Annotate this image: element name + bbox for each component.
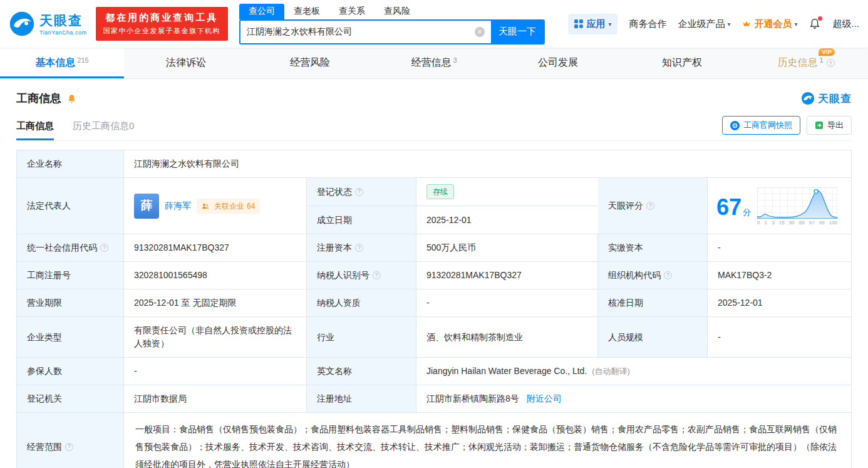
nav-enterprise-products[interactable]: 企业级产品 [678,18,730,30]
snapshot-icon [730,121,740,130]
label-text: 注册地址 [317,392,352,405]
help-icon[interactable] [100,244,108,252]
label-text: 企业名称 [27,157,62,170]
search-tab-relation[interactable]: 查关系 [329,4,375,19]
table-row: 参保人数 - 英文名称 Jiangyin Hailan Water Bevera… [17,358,851,385]
field-value: - [124,358,307,385]
search-button[interactable]: 天眼一下 [491,21,544,43]
field-label: 纳税人资质 [307,289,416,316]
export-label: 导出 [827,120,844,131]
related-companies-tag[interactable]: 关联企业 64 [197,199,260,214]
search-tab-company[interactable]: 查公司 [239,4,284,19]
user-menu[interactable]: 超级... [832,18,859,30]
tab-basic-info[interactable]: 基本信息 215 [0,48,124,78]
subtab-business-info[interactable]: 工商信息 [16,120,54,140]
label-text: 参保人数 [27,365,62,378]
nav-business-cooperation[interactable]: 商务合作 [629,18,666,30]
tab-intellectual-property[interactable]: 知识产权 [620,48,744,78]
help-icon[interactable] [65,443,73,451]
axis-tick: 85 [799,219,805,227]
tab-operating-info[interactable]: 经营信息 3 [372,48,496,78]
subscribe-bell-icon[interactable] [66,93,77,104]
tianyancha-logo-icon [801,91,815,105]
tianyancha-logo[interactable]: 天眼查 TianYanCha.com [9,11,87,37]
label-text: 纳税人识别号 [317,269,369,282]
tab-label: 历史信息 [777,56,817,70]
help-icon[interactable] [355,188,363,196]
people-icon [202,202,209,210]
official-snapshot-button[interactable]: 工商官网快照 [722,116,800,135]
crown-icon [741,19,752,28]
grid-icon [574,19,583,28]
label-text: 核准日期 [608,296,643,309]
nearby-companies-link[interactable]: 附近公司 [527,392,562,405]
tab-history-info[interactable]: VIP 历史信息 1 [744,48,868,78]
subtab-actions: 工商官网快照 导出 [722,116,852,140]
axis-tick: 3 [772,219,774,227]
field-label: 实缴资本 [598,234,708,261]
tab-label: 法律诉讼 [166,56,206,70]
apps-button[interactable]: 应用 [568,14,617,34]
score-number: 67 [716,194,741,220]
search-tab-boss[interactable]: 查老板 [284,4,329,19]
field-label: 登记机关 [17,385,124,412]
avatar[interactable]: 薛 [134,194,159,219]
chevron-down-icon [794,21,797,28]
clear-search-icon[interactable] [475,27,485,37]
field-value: 500万人民币 [416,234,598,261]
subtab-history-business-info[interactable]: 历史工商信息0 [73,120,134,140]
top-header: 天眼查 TianYanCha.com 都在用的商业查询工具 国家中小企业发展子基… [0,0,868,48]
score-axis: 0 1 3 15 50 85 97 99 100 [757,219,837,227]
tab-legal-proceedings[interactable]: 法律诉讼 [124,48,248,78]
status-date-block: 登记状态 存续 成立日期 2025-12-01 [307,178,598,234]
value-text: - [718,241,721,254]
tab-badge: 1 [819,56,823,64]
search-tab-risk[interactable]: 查风险 [375,4,420,19]
axis-tick: 15 [779,219,785,227]
field-value: 2025-12-01 [708,289,851,316]
value-text: 91320281MAK17BQ327 [426,269,522,282]
promo-line1: 都在用的商业查询工具 [103,12,221,24]
table-row: 登记状态 存续 [307,178,598,206]
search-input[interactable] [240,27,475,37]
tab-business-risk[interactable]: 经营风险 [248,48,372,78]
value-text: 91320281MAK17BQ327 [134,241,229,254]
label-text: 统一社会信用代码 [27,241,97,254]
tab-label: 知识产权 [662,56,702,70]
value-text: - [134,365,137,378]
snapshot-label: 工商官网快照 [743,120,792,131]
table-row: 法定代表人 薛 薛海军 关联企业 64 [17,178,851,234]
related-label: 关联企业 [214,200,244,212]
section-header: 工商信息 天眼查 [16,79,852,106]
field-label: 登记状态 [307,178,416,205]
label-text: 经营范围 [27,440,62,454]
status-badge: 存续 [426,184,454,199]
nav-open-membership[interactable]: 开通会员 [741,18,797,30]
field-value: - [416,289,598,316]
value-text: MAK17BQ3-2 [718,269,772,282]
help-icon[interactable] [646,202,654,210]
field-label: 营业期限 [17,289,124,316]
export-button[interactable]: 导出 [807,116,852,135]
help-icon[interactable] [664,271,672,279]
apps-label: 应用 [586,18,605,30]
notification-bell-icon[interactable] [809,18,821,30]
score-chart[interactable]: 0 1 3 15 50 85 97 99 100 [757,187,837,227]
axis-tick: 50 [789,219,795,227]
subtab-row: 工商信息 历史工商信息0 工商官网快照 导出 [16,116,852,141]
value-text: 320281001565498 [134,269,207,282]
help-icon[interactable] [373,271,381,279]
table-row: 经营范围 一般项目：食品销售（仅销售预包装食品）；食品用塑料包装容器工具制品销售… [17,413,851,468]
search-box: 天眼一下 [239,19,545,44]
help-icon[interactable] [827,59,835,67]
tab-company-development[interactable]: 公司发展 [496,48,620,78]
value-text: 江阴海澜之水饮料有限公司 [134,157,239,170]
score-curve-chart [757,187,837,219]
tab-label: 基本信息 [35,56,75,70]
help-icon[interactable] [355,244,363,252]
tab-label: 经营信息 [411,56,451,70]
legal-rep-link[interactable]: 薛海军 [165,199,191,212]
main-content: 工商信息 天眼查 工商信息 历史工商信息0 [0,79,868,468]
field-value: 2025-12-01 至 无固定期限 [124,289,307,316]
score-cell: 67分 [708,178,851,234]
